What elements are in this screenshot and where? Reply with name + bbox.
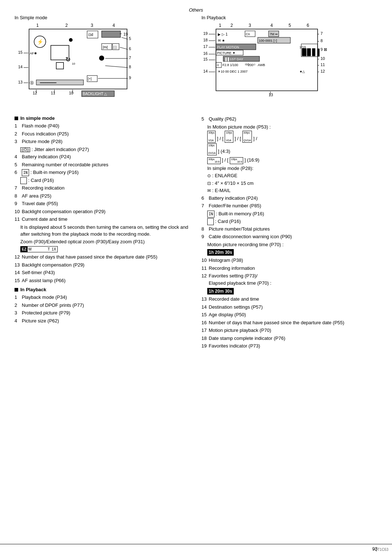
- svg-point-22: [99, 56, 104, 61]
- svg-text:PLAY MOTION: PLAY MOTION: [217, 45, 239, 49]
- list-item: 11 Current date and time: [15, 216, 191, 223]
- page-header: Others: [15, 7, 377, 13]
- svg-text:16: 16: [203, 51, 208, 56]
- zoom-bar-ez-label: EZ: [21, 247, 28, 252]
- diagrams-row: In Simple mode 1 2 3 4 ⚡: [15, 15, 377, 110]
- fps-badge-10dvga: 10fpsDVGA: [207, 143, 217, 155]
- svg-text:8: 8: [320, 38, 323, 43]
- list-item: 1 Playback mode (P34): [15, 294, 191, 301]
- svg-text:7M ▪▪: 7M ▪▪: [270, 32, 277, 36]
- right-list-col: 5 Quality (P62) In Motion picture mode (…: [201, 115, 377, 350]
- svg-text:1: 1: [219, 23, 221, 28]
- svg-text:8: 8: [129, 65, 131, 69]
- playback-title: In Playback: [201, 15, 377, 20]
- svg-text:10: 10: [320, 56, 325, 61]
- svg-text:PICTURE ▼: PICTURE ▼: [217, 51, 236, 55]
- list-item: 1 Flash mode (P40): [15, 122, 191, 130]
- svg-text:2: 2: [230, 23, 233, 28]
- svg-text:[ ]: [ ]: [114, 45, 117, 49]
- svg-text:▐▐ 1ST DAY: ▐▐ 1ST DAY: [224, 57, 243, 61]
- svg-text:⊡d: ⊡d: [88, 33, 93, 37]
- playback-section: In Playback 1 2 3 4 5 6 ▶ ▷ 1: [201, 15, 377, 110]
- svg-text:7: 7: [320, 31, 323, 36]
- card-icon: [20, 177, 27, 184]
- list-item: 6 Battery indication (P24): [201, 195, 377, 202]
- svg-text:F2.8 1/100: F2.8 1/100: [222, 63, 238, 67]
- svg-text:11: 11: [320, 62, 325, 67]
- sub-list-item: : Card (P16): [15, 177, 191, 184]
- list-item: 16 Number of days that have passed since…: [201, 319, 377, 326]
- fps-badge-10vga: 10fpsVGA: [225, 131, 233, 143]
- sub-list-item: IN : Built-in memory (P16): [201, 210, 377, 217]
- list-item: 12 Favorites setting (P73)/Elapsed playb…: [201, 272, 377, 286]
- fps-badge-30vga: 30fpsVGA: [207, 131, 216, 143]
- svg-text:5: 5: [129, 36, 131, 41]
- sub-list-item: ⊙ : ENLARGE: [201, 172, 377, 179]
- sub-list-item: It is displayed about 5 seconds then tur…: [15, 224, 191, 238]
- list-item: 13 Recorded date and time: [201, 296, 377, 303]
- svg-text:Ⓑ: Ⓑ: [30, 81, 34, 85]
- svg-text:▶ ▷ 1: ▶ ▷ 1: [218, 32, 228, 36]
- svg-text:4: 4: [270, 23, 273, 28]
- playback-diagram: 1 2 3 4 5 6 ▶ ▷ 1 Cn 7M ▪▪: [201, 22, 377, 106]
- list-item: 5 Quality (P62): [201, 115, 377, 123]
- svg-text:✉ ★: ✉ ★: [218, 38, 225, 42]
- svg-text:14: 14: [203, 69, 208, 73]
- svg-text:19: 19: [123, 32, 128, 36]
- svg-text:9: 9: [129, 76, 131, 80]
- list-item: 3 Protected picture (P79): [15, 309, 191, 317]
- svg-text:Cn: Cn: [246, 32, 250, 36]
- svg-text:6: 6: [129, 46, 131, 51]
- svg-text:200: 200: [248, 63, 253, 67]
- svg-text:10: 10: [72, 62, 75, 65]
- svg-text:5: 5: [289, 23, 291, 28]
- svg-text:17: 17: [203, 44, 208, 49]
- black-square-icon-2: [15, 288, 18, 292]
- left-list-col: In simple mode 1 Flash mode (P40) 2 Focu…: [15, 115, 191, 350]
- svg-text:AWB: AWB: [258, 63, 265, 67]
- built-in-memory-icon-2: IN: [207, 211, 215, 217]
- svg-text:↻: ↻: [65, 56, 71, 63]
- playback-list-header: In Playback: [15, 287, 191, 292]
- sub-list-item: Zoom (P30)/Extended optical zoom (P30)/E…: [15, 238, 191, 245]
- list-item: 2 Number of DPOF prints (P77): [15, 302, 191, 309]
- list-item: 7 Folder/File number (P85): [201, 202, 377, 210]
- list-item: 15 Age display (P50): [201, 311, 377, 318]
- elapsed-time-bar: 1h 20m 30s: [201, 287, 377, 295]
- bottom-divider: [0, 544, 392, 544]
- sub-list-item: In simple mode (P28):: [201, 165, 377, 172]
- zoom-bar-1x-label: 1X: [50, 247, 57, 252]
- svg-text:[IN]: [IN]: [103, 45, 108, 49]
- fps-badges-item3: 30fps16:9 ] / [ 10fps16:9 ] (16:9): [201, 156, 377, 164]
- svg-text:12: 12: [320, 69, 325, 73]
- list-item: 6 IN : Built-in memory (P16): [15, 169, 191, 176]
- svg-text:15: 15: [203, 57, 208, 61]
- sub-list-item: ⊡ : 4″ × 6″/10 × 15 cm: [201, 180, 377, 187]
- svg-text:1: 1: [36, 23, 39, 28]
- list-item: 4 Battery indication (P24): [15, 153, 191, 160]
- list-item: 14 Self-timer (P43): [15, 269, 191, 276]
- svg-rect-10: [102, 31, 121, 37]
- list-item: 15 AF assist lamp (P66): [15, 277, 191, 284]
- list-item: 18 Date stamp complete indicator (P76): [201, 335, 377, 342]
- svg-text:✈10 00 DEC 1 2007: ✈10 00 DEC 1 2007: [218, 70, 248, 73]
- list-item: 7 Recording indication: [15, 184, 191, 192]
- svg-text:★△: ★△: [299, 70, 305, 73]
- list-item: 14 Destination settings (P57): [201, 304, 377, 311]
- list-item: 12 Number of days that have passed since…: [15, 253, 191, 261]
- svg-text:14: 14: [18, 65, 23, 69]
- svg-text:6: 6: [307, 23, 309, 28]
- sub-list-item: ((Ô)) : Jitter alert indication (P27): [15, 146, 191, 153]
- svg-text:3: 3: [249, 23, 251, 28]
- sub-list-item: ✉ : E-MAIL: [201, 187, 377, 194]
- simple-mode-title: In Simple mode: [15, 15, 191, 20]
- svg-point-7: [69, 38, 73, 42]
- simple-mode-header-label: In simple mode: [20, 115, 55, 121]
- card-icon-2: [207, 218, 214, 225]
- zoom-bar-item: EZ W T 1X: [15, 245, 191, 253]
- svg-text:━━━━━━━━━: ━━━━━━━━━: [40, 81, 57, 85]
- zoom-bar: EZ W T 1X: [20, 246, 58, 252]
- svg-text:⊙: ⊙: [217, 64, 219, 67]
- sub-list-item: In Motion picture mode (P53) :: [201, 123, 377, 131]
- svg-text:100-0001 [↑]: 100-0001 [↑]: [259, 39, 277, 42]
